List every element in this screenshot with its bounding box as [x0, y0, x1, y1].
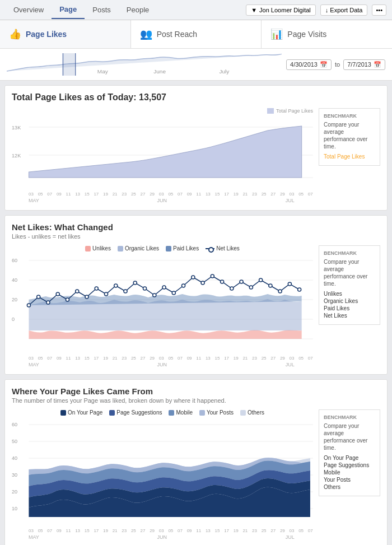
benchmark-link-total-likes[interactable]: Total Page Likes [324, 153, 375, 160]
svg-point-28 [104, 292, 108, 296]
net-likes-title: Net Likes: What Changed [12, 222, 380, 232]
svg-point-26 [85, 295, 88, 299]
svg-text:50: 50 [12, 439, 17, 444]
svg-point-42 [240, 280, 243, 283]
svg-text:13K: 13K [12, 125, 21, 131]
section-likes-source: Where Your Page Likes Came From The numb… [4, 379, 388, 545]
user-icon: ▼ [251, 7, 257, 13]
chart-icon: 📊 [270, 28, 283, 40]
svg-text:20: 20 [12, 489, 17, 495]
date-from-input[interactable]: 4/30/2013 📅 [286, 59, 332, 70]
legend-on-page: On Your Page [60, 409, 102, 416]
net-likes-chart-main: Unlikes Organic Likes Paid Likes Net Lik… [12, 245, 313, 367]
svg-text:12K: 12K [12, 153, 21, 159]
likes-source-chart-area: On Your Page Page Suggestions Mobile You… [12, 409, 380, 540]
tab-page-visits[interactable]: 📊 Page Visits [262, 20, 392, 48]
svg-text:June: June [153, 69, 166, 74]
metric-tabs: 👍 Page Likes 👥 Post Reach 📊 Page Visits [0, 20, 392, 49]
total-likes-chart-wrap: 13K 12K 03050709111315171921232527290305… [12, 116, 313, 203]
total-likes-benchmark: BENCHMARK Compare your average performan… [319, 108, 380, 203]
date-to-label: to [335, 61, 340, 68]
tab-page-likes[interactable]: 👍 Page Likes [0, 20, 131, 48]
benchmark-link-paid[interactable]: Paid Likes [324, 305, 375, 311]
svg-text:60: 60 [12, 422, 17, 427]
total-likes-title: Total Page Likes as of Today: 13,507 [12, 92, 380, 103]
svg-point-37 [192, 276, 195, 279]
thumbs-up-icon: 👍 [9, 28, 21, 40]
svg-point-22 [46, 301, 50, 304]
total-likes-chart-main: Total Page Likes 13K 12K 030507091113151… [12, 108, 313, 203]
likes-source-legend: On Your Page Page Suggestions Mobile You… [12, 409, 313, 416]
svg-point-44 [259, 278, 263, 282]
svg-point-32 [143, 287, 146, 290]
benchmark-link-others[interactable]: Others [324, 484, 375, 490]
net-likes-benchmark: BENCHMARK Compare your average performan… [319, 245, 380, 367]
likes-source-title: Where Your Page Likes Came From [12, 386, 380, 396]
legend-organic: Organic Likes [118, 245, 159, 251]
benchmark-link-organic[interactable]: Organic Likes [324, 298, 375, 304]
export-button[interactable]: ↓ Export Data [320, 4, 368, 16]
svg-point-33 [153, 294, 156, 297]
svg-text:May: May [97, 69, 108, 74]
svg-point-41 [230, 287, 234, 290]
svg-point-24 [66, 298, 69, 301]
benchmark-link-suggestions[interactable]: Page Suggestions [324, 462, 375, 468]
svg-text:30: 30 [12, 472, 17, 478]
net-likes-subtitle: Likes - unlikes = net likes [12, 233, 380, 240]
svg-text:40: 40 [12, 455, 17, 461]
legend-unlikes: Unlikes [85, 245, 111, 251]
organic-color [118, 246, 123, 251]
others-color [240, 410, 246, 416]
svg-point-43 [249, 286, 253, 289]
right-actions: ▼ Jon Loomer Digital ↓ Export Data ••• [246, 4, 386, 16]
svg-point-40 [221, 280, 224, 283]
likes-source-benchmark: BENCHMARK Compare your average performan… [319, 409, 380, 540]
svg-point-36 [182, 284, 185, 287]
suggestions-color [109, 410, 115, 416]
net-likes-chart-wrap: 60 40 20 0 [12, 255, 313, 367]
nav-item-posts[interactable]: Posts [85, 1, 119, 18]
legend-page-suggestions: Page Suggestions [109, 409, 162, 416]
net-likes-legend: Unlikes Organic Likes Paid Likes Net Lik… [12, 245, 313, 251]
svg-point-27 [95, 287, 98, 290]
benchmark-link-unlikes[interactable]: Unlikes [324, 291, 375, 297]
svg-point-23 [56, 292, 59, 296]
nav-item-overview[interactable]: Overview [6, 1, 52, 18]
svg-point-25 [76, 290, 79, 293]
likes-source-chart-wrap: 60 50 40 30 20 10 [12, 419, 313, 540]
nav-item-page[interactable]: Page [52, 1, 85, 19]
people-icon: 👥 [140, 28, 152, 40]
sparkline: May June July [7, 53, 282, 76]
svg-text:60: 60 [12, 258, 17, 263]
svg-text:July: July [219, 69, 229, 74]
likes-source-chart-main: On Your Page Page Suggestions Mobile You… [12, 409, 313, 540]
benchmark-link-your-posts[interactable]: Your Posts [324, 477, 375, 483]
top-nav: Overview Page Posts People ▼ Jon Loomer … [0, 0, 392, 20]
date-range-bar: May June July 4/30/2013 📅 to 7/7/2013 📅 [0, 49, 392, 81]
user-button[interactable]: ▼ Jon Loomer Digital [246, 4, 316, 16]
svg-point-34 [162, 286, 166, 289]
svg-point-46 [278, 290, 282, 293]
benchmark-link-on-page[interactable]: On Your Page [324, 455, 375, 461]
svg-text:40: 40 [12, 277, 17, 283]
paid-color [166, 246, 171, 251]
legend-others: Others [240, 409, 264, 416]
svg-point-35 [172, 291, 175, 295]
net-color [206, 248, 214, 249]
svg-point-48 [298, 288, 301, 291]
total-likes-chart-area: Total Page Likes 13K 12K 030507091113151… [12, 108, 380, 203]
benchmark-link-net[interactable]: Net Likes [324, 313, 375, 319]
svg-point-21 [37, 295, 40, 299]
tab-post-reach[interactable]: 👥 Post Reach [131, 20, 262, 48]
date-to-input[interactable]: 7/7/2013 📅 [343, 59, 385, 70]
section-total-page-likes: Total Page Likes as of Today: 13,507 Tot… [4, 85, 388, 211]
legend-mobile: Mobile [169, 409, 192, 416]
calendar-icon: 📅 [320, 61, 328, 68]
benchmark-link-mobile[interactable]: Mobile [324, 469, 375, 476]
unlikes-color [85, 246, 91, 251]
svg-point-38 [201, 281, 204, 285]
on-page-color [60, 410, 66, 416]
date-inputs: 4/30/2013 📅 to 7/7/2013 📅 [286, 59, 385, 70]
nav-item-people[interactable]: People [119, 1, 157, 18]
more-button[interactable]: ••• [372, 4, 386, 16]
